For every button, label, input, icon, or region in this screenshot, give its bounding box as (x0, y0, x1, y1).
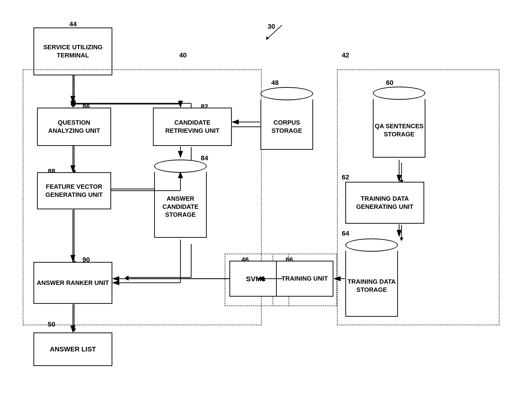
svms-label: SVMs (246, 274, 266, 283)
svg-marker-35 (266, 36, 269, 40)
training-data-storage-cylinder: TRAINING DATA STORAGE (345, 237, 398, 318)
qa-sentences-label: QA SENTENCES STORAGE (374, 122, 425, 139)
svms-box: SVMs (229, 261, 282, 297)
answer-candidate-cylinder: ANSWER CANDIDATE STORAGE (154, 158, 207, 239)
question-analyzing-label: QUESTION ANALYZING UNIT (40, 119, 108, 135)
corpus-storage-label: CORPUS STORAGE (261, 119, 312, 135)
label-40: 40 (179, 51, 187, 59)
label-30-arrow (263, 23, 291, 42)
candidate-retrieving-label: CANDIDATE RETRIEVING UNIT (156, 119, 229, 135)
answer-ranker-box: ANSWER RANKER UNIT (33, 262, 112, 304)
training-unit-box: TRAINING UNIT (276, 261, 333, 297)
service-terminal-label: SERVICE UTILIZING TERMINAL (37, 43, 109, 60)
answer-candidate-label: ANSWER CANDIDATE STORAGE (155, 195, 206, 219)
service-terminal-box: SERVICE UTILIZING TERMINAL (33, 27, 112, 75)
question-analyzing-box: QUESTION ANALYZING UNIT (37, 108, 111, 146)
diagram: 44 30 40 42 86 82 48 60 88 84 62 90 46 6… (0, 0, 532, 399)
training-data-storage-label: TRAINING DATA STORAGE (346, 278, 397, 294)
candidate-retrieving-box: CANDIDATE RETRIEVING UNIT (153, 108, 232, 146)
feature-vector-box: FEATURE VECTOR GENERATING UNIT (37, 172, 111, 209)
training-data-gen-box: TRAINING DATA GENERATING UNIT (345, 182, 424, 224)
svg-line-34 (268, 25, 282, 38)
qa-sentences-cylinder: QA SENTENCES STORAGE (373, 85, 425, 159)
label-44: 44 (69, 20, 77, 28)
answer-list-label: ANSWER LIST (50, 345, 96, 354)
svg-marker-23 (72, 328, 76, 332)
training-unit-label: TRAINING UNIT (282, 275, 328, 283)
answer-list-box: ANSWER LIST (33, 333, 112, 366)
junction-dot (72, 101, 76, 106)
answer-ranker-label: ANSWER RANKER UNIT (37, 279, 109, 287)
feature-vector-label: FEATURE VECTOR GENERATING UNIT (40, 183, 108, 199)
corpus-storage-cylinder: CORPUS STORAGE (260, 85, 313, 152)
label-42: 42 (342, 51, 349, 59)
training-data-gen-label: TRAINING DATA GENERATING UNIT (348, 195, 421, 211)
